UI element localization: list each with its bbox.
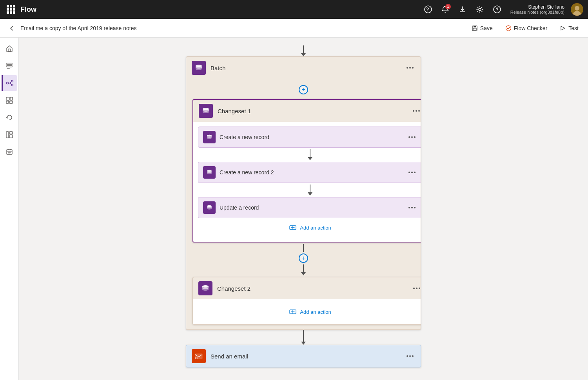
create-record-1-more-button[interactable] — [407, 135, 417, 139]
changeset-2-more-button[interactable] — [412, 286, 421, 291]
svg-rect-23 — [6, 132, 9, 138]
test-button[interactable]: Test — [557, 24, 582, 33]
create-record-1-header: Create a new record — [198, 127, 421, 147]
changeset-1-icon — [199, 104, 213, 118]
flow-checker-button[interactable]: Flow Checker — [502, 24, 551, 33]
svg-text:o: o — [195, 356, 198, 360]
sidebar-item-approvals[interactable] — [2, 110, 17, 125]
svg-rect-10 — [473, 28, 476, 30]
main-layout: Batch + — [0, 38, 588, 380]
svg-rect-12 — [8, 49, 11, 52]
create-record-1-icon — [203, 131, 216, 143]
svg-rect-24 — [9, 132, 13, 134]
notifications-button[interactable]: 1 — [438, 2, 452, 16]
app-title: Flow — [20, 5, 36, 14]
send-email-more-button[interactable] — [405, 354, 415, 358]
changeset-1-card: Changeset 1 — [192, 99, 421, 242]
flow-title: Email me a copy of the April 2019 releas… — [20, 25, 468, 31]
save-label: Save — [480, 25, 493, 31]
update-record-more-button[interactable] — [407, 205, 417, 210]
changeset-2-card: Changeset 2 — [192, 277, 421, 325]
svg-rect-20 — [10, 97, 13, 100]
changeset-1-more-button[interactable] — [411, 109, 421, 113]
user-name: Stephen Siciliano — [528, 4, 564, 10]
help-button[interactable] — [490, 2, 504, 16]
svg-rect-19 — [6, 97, 9, 100]
flow-container: Batch + — [182, 45, 425, 372]
create-record-1-card: Create a new record — [198, 127, 421, 148]
svg-rect-26 — [7, 150, 12, 154]
batch-card: Batch + — [186, 56, 421, 330]
add-action-changeset-1-label: Add an action — [300, 225, 331, 231]
waffle-menu[interactable] — [5, 3, 17, 16]
settings-button[interactable] — [473, 2, 487, 16]
inner-connector-2 — [198, 183, 421, 197]
create-record-2-more-button[interactable] — [407, 170, 417, 175]
sidebar-item-connections[interactable] — [2, 75, 17, 91]
send-email-icon: o — [192, 349, 206, 363]
notification-badge: 1 — [445, 4, 451, 9]
update-record-title: Update a record — [220, 204, 403, 211]
back-button[interactable] — [6, 23, 17, 34]
sidebar-item-home[interactable] — [2, 41, 17, 56]
create-record-2-card: Create a new record 2 — [198, 162, 421, 183]
svg-rect-22 — [9, 101, 13, 103]
test-label: Test — [568, 25, 579, 31]
changeset-1-header: Changeset 1 — [193, 100, 421, 122]
sidebar-item-data[interactable] — [2, 127, 17, 143]
svg-point-11 — [506, 25, 511, 31]
user-avatar[interactable] — [571, 3, 583, 16]
download-button[interactable] — [456, 2, 470, 16]
svg-rect-14 — [7, 65, 12, 67]
batch-icon — [192, 61, 206, 75]
add-between-changesets-button[interactable]: + — [299, 253, 308, 263]
inner-connector-1 — [198, 148, 421, 162]
svg-rect-15 — [7, 68, 10, 69]
feedback-button[interactable] — [421, 2, 435, 16]
flow-canvas[interactable]: Batch + — [19, 38, 588, 380]
svg-point-6 — [575, 6, 579, 11]
top-connector — [301, 45, 306, 56]
sidebar-item-learn[interactable] — [2, 144, 17, 160]
sidebar-item-templates[interactable] — [2, 92, 17, 108]
send-email-header: o Send an email — [186, 345, 421, 367]
add-action-changeset-2-label: Add an action — [300, 309, 331, 315]
svg-point-4 — [497, 11, 497, 11]
add-action-changeset-1[interactable]: Add an action — [198, 218, 421, 237]
svg-rect-13 — [7, 63, 12, 65]
batch-title: Batch — [211, 65, 400, 71]
changeset-2-title: Changeset 2 — [217, 285, 407, 292]
changeset-2-icon — [198, 281, 212, 295]
svg-point-16 — [7, 82, 9, 84]
svg-rect-21 — [6, 101, 9, 103]
changeset-1-body: Create a new record — [193, 122, 421, 242]
flow-checker-label: Flow Checker — [514, 25, 548, 31]
create-record-2-icon — [203, 166, 216, 179]
topbar: Flow 1 — [0, 0, 588, 19]
changeset-2-header: Changeset 2 — [193, 277, 421, 299]
create-record-1-title: Create a new record — [220, 134, 403, 140]
create-record-2-header: Create a new record 2 — [198, 162, 421, 183]
svg-rect-9 — [474, 26, 476, 27]
batch-more-button[interactable] — [405, 65, 415, 70]
create-record-2-title: Create a new record 2 — [220, 169, 403, 176]
svg-rect-25 — [9, 135, 13, 138]
user-info: Stephen Siciliano Release Notes (org3d1f… — [510, 4, 564, 14]
sidebar — [0, 38, 19, 380]
add-changeset-1-button[interactable]: + — [299, 85, 308, 94]
batch-card-header: Batch — [186, 57, 421, 79]
user-org: Release Notes (org3d1fe8b) — [510, 10, 564, 14]
update-record-header: Update a record — [198, 197, 421, 218]
send-email-title: Send an email — [211, 353, 400, 360]
svg-point-1 — [427, 11, 428, 11]
send-email-card: o Send an email — [186, 345, 421, 367]
changeset-1-title: Changeset 1 — [218, 108, 407, 114]
add-action-changeset-2[interactable]: Add an action — [198, 302, 421, 321]
sidebar-item-flows[interactable] — [2, 58, 17, 74]
save-button[interactable]: Save — [468, 24, 496, 33]
bottom-connector — [301, 330, 306, 345]
update-record-card: Update a record — [198, 197, 421, 218]
subheader: Email me a copy of the April 2019 releas… — [0, 19, 588, 38]
batch-body: + Changeset 1 — [186, 79, 421, 329]
update-record-icon — [203, 201, 216, 214]
